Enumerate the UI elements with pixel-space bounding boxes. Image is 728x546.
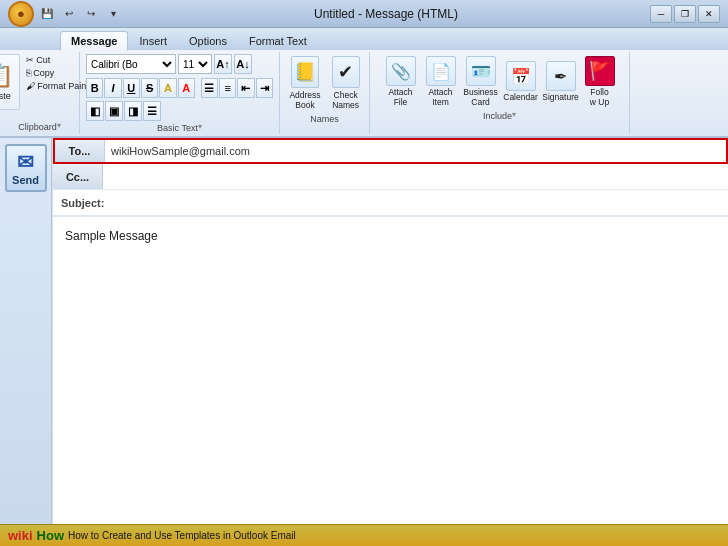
- basic-text-content: Calibri (Bo 11 A↑ A↓ B I U S A A ☰ ≡ ⇤ ⇥: [86, 54, 273, 121]
- font-row: Calibri (Bo 11 A↑ A↓: [86, 54, 273, 74]
- compose-area: ✉ Send To... Cc... Subject: Sample Messa…: [0, 138, 728, 544]
- message-body[interactable]: Sample Message: [53, 216, 728, 516]
- cc-button[interactable]: Cc...: [53, 164, 103, 189]
- fields-area: To... Cc... Subject: Sample Message: [52, 138, 728, 544]
- message-text: Sample Message: [65, 229, 158, 243]
- cc-field-row: Cc...: [53, 164, 728, 190]
- increase-indent-button[interactable]: ⇥: [256, 78, 273, 98]
- font-family-select[interactable]: Calibri (Bo: [86, 54, 176, 74]
- tab-insert[interactable]: Insert: [128, 31, 178, 50]
- follow-up-label: Follow Up: [590, 87, 609, 107]
- text-highlight-button[interactable]: A: [159, 78, 176, 98]
- decrease-indent-button[interactable]: ⇤: [237, 78, 254, 98]
- check-names-button[interactable]: ✔ CheckNames: [328, 54, 364, 112]
- align-right-button[interactable]: ◨: [124, 101, 142, 121]
- signature-icon: ✒: [546, 61, 576, 91]
- subject-field-row: Subject:: [53, 190, 728, 216]
- address-book-button[interactable]: 📒 AddressBook: [285, 54, 324, 112]
- tab-format-text[interactable]: Format Text: [238, 31, 318, 50]
- redo-qat-btn[interactable]: ↪: [82, 5, 100, 23]
- business-card-icon: 🪪: [466, 56, 496, 86]
- window-title: Untitled - Message (HTML): [314, 7, 458, 21]
- font-color-button[interactable]: A: [178, 78, 195, 98]
- title-bar: ● 💾 ↩ ↪ ▾ Untitled - Message (HTML) ─ ❐ …: [0, 0, 728, 28]
- calendar-button[interactable]: 📅 Calendar: [502, 59, 540, 104]
- bottom-bar-text: How to Create and Use Templates in Outlo…: [68, 530, 296, 541]
- ribbon: 📋 Paste ✂ Cut ⎘ Copy 🖌 Format Painter C: [0, 50, 728, 138]
- names-label-row: Names: [286, 112, 363, 124]
- business-card-button[interactable]: 🪪 BusinessCard: [462, 54, 500, 109]
- bullets-button[interactable]: ☰: [201, 78, 218, 98]
- attach-file-label: AttachFile: [388, 87, 412, 107]
- attach-file-icon: 📎: [386, 56, 416, 86]
- check-names-icon: ✔: [332, 56, 360, 88]
- align-row: ◧ ▣ ◨ ☰: [86, 101, 273, 121]
- numbering-button[interactable]: ≡: [219, 78, 236, 98]
- wiki-how-logo: How: [37, 528, 64, 543]
- justify-button[interactable]: ☰: [143, 101, 161, 121]
- send-panel: ✉ Send: [0, 138, 52, 544]
- increase-font-btn[interactable]: A↑: [214, 54, 232, 74]
- include-label-row: Include ▾: [376, 109, 623, 121]
- subject-input[interactable]: [112, 190, 728, 215]
- to-input[interactable]: [105, 140, 726, 162]
- basic-text-group: Calibri (Bo 11 A↑ A↓ B I U S A A ☰ ≡ ⇤ ⇥: [80, 52, 280, 134]
- close-button[interactable]: ✕: [698, 5, 720, 23]
- send-icon: ✉: [9, 150, 43, 174]
- follow-up-button[interactable]: 🚩 Follow Up: [582, 54, 618, 109]
- names-group-label: Names: [310, 114, 339, 124]
- send-button[interactable]: ✉ Send: [5, 144, 47, 192]
- qat-dropdown-btn[interactable]: ▾: [104, 5, 122, 23]
- decrease-font-btn[interactable]: A↓: [234, 54, 252, 74]
- basic-text-expand-arrow[interactable]: ▾: [198, 122, 202, 133]
- underline-button[interactable]: U: [123, 78, 140, 98]
- save-qat-btn[interactable]: 💾: [38, 5, 56, 23]
- tab-message[interactable]: Message: [60, 31, 128, 51]
- office-button[interactable]: ●: [8, 1, 34, 27]
- attach-item-button[interactable]: 📄 AttachItem: [422, 54, 460, 109]
- follow-up-icon: 🚩: [585, 56, 615, 86]
- to-button[interactable]: To...: [55, 140, 105, 162]
- italic-button[interactable]: I: [104, 78, 121, 98]
- align-center-button[interactable]: ▣: [105, 101, 123, 121]
- clipboard-group-label: Clipboard: [18, 122, 57, 132]
- strikethrough-button[interactable]: S: [141, 78, 158, 98]
- include-expand-arrow[interactable]: ▾: [512, 110, 516, 121]
- tab-options[interactable]: Options: [178, 31, 238, 50]
- font-size-select[interactable]: 11: [178, 54, 212, 74]
- include-icons: 📎 AttachFile 📄 AttachItem 🪪 BusinessCard…: [382, 54, 618, 109]
- include-group-label: Include: [483, 111, 512, 121]
- wiki-logo: wiki: [8, 528, 33, 543]
- to-field-row: To...: [53, 138, 728, 164]
- ribbon-tab-bar: Message Insert Options Format Text: [0, 28, 728, 50]
- copy-icon: ⎘: [26, 68, 31, 78]
- clipboard-label-row: Clipboard ▾: [6, 120, 73, 132]
- format-painter-icon: 🖌: [26, 81, 35, 91]
- clipboard-group: 📋 Paste ✂ Cut ⎘ Copy 🖌 Format Painter C: [0, 52, 80, 134]
- clipboard-expand-arrow[interactable]: ▾: [57, 121, 61, 132]
- attach-file-button[interactable]: 📎 AttachFile: [382, 54, 420, 109]
- calendar-label: Calendar: [503, 92, 538, 102]
- basic-text-group-label: Basic Text: [157, 123, 198, 133]
- cc-input[interactable]: [103, 164, 728, 189]
- basic-text-label-row: Basic Text ▾: [86, 121, 273, 133]
- paste-icon: 📋: [0, 63, 13, 89]
- paste-label: Paste: [0, 91, 11, 101]
- restore-button[interactable]: ❐: [674, 5, 696, 23]
- paste-button[interactable]: 📋 Paste: [0, 54, 20, 110]
- window-controls: ─ ❐ ✕: [650, 5, 720, 23]
- undo-qat-btn[interactable]: ↩: [60, 5, 78, 23]
- minimize-button[interactable]: ─: [650, 5, 672, 23]
- business-card-label: BusinessCard: [463, 87, 498, 107]
- cut-icon: ✂: [26, 55, 34, 65]
- align-left-button[interactable]: ◧: [86, 101, 104, 121]
- signature-button[interactable]: ✒ Signature: [542, 59, 580, 104]
- bottom-bar: wiki How How to Create and Use Templates…: [0, 524, 728, 546]
- attach-item-label: AttachItem: [428, 87, 452, 107]
- send-label: Send: [9, 174, 43, 186]
- subject-label: Subject:: [53, 197, 112, 209]
- include-group: 📎 AttachFile 📄 AttachItem 🪪 BusinessCard…: [370, 52, 630, 134]
- address-book-label: AddressBook: [289, 90, 320, 110]
- format-row: B I U S A A ☰ ≡ ⇤ ⇥: [86, 78, 273, 98]
- bold-button[interactable]: B: [86, 78, 103, 98]
